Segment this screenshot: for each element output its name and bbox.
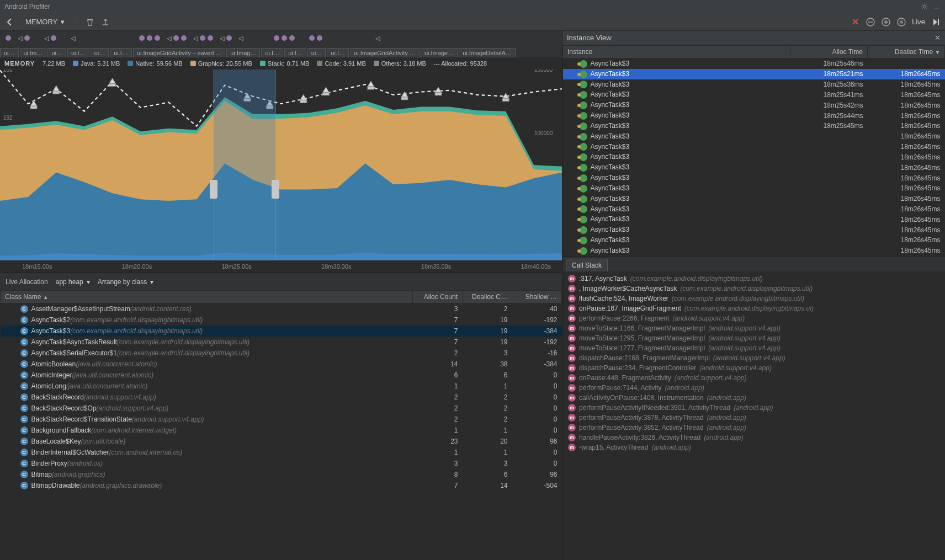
class-row[interactable]: AsyncTask$3 (com.example.android.display… bbox=[1, 326, 562, 337]
selection-handle-left[interactable] bbox=[210, 180, 217, 199]
class-row[interactable]: AsyncTask$SerialExecutor$1 (com.example.… bbox=[1, 348, 562, 359]
stack-frame[interactable]: performPause:7144, Activity (android.app… bbox=[562, 383, 945, 393]
class-row[interactable]: BackStackRecord$TransitionState (android… bbox=[1, 414, 562, 425]
instance-row[interactable]: AsyncTask$318m26s45ms bbox=[563, 194, 945, 204]
instance-row[interactable]: AsyncTask$318m26s45ms bbox=[563, 225, 945, 235]
export-icon[interactable] bbox=[100, 17, 110, 27]
instance-row[interactable]: AsyncTask$318m26s45ms bbox=[563, 183, 945, 194]
gear-icon[interactable] bbox=[921, 3, 928, 10]
heap-dropdown[interactable]: app heap▾ bbox=[56, 278, 90, 286]
activity-tab[interactable]: ui… bbox=[307, 48, 326, 57]
stack-frame[interactable]: performPauseActivityIfNeeded:3901, Activ… bbox=[562, 403, 945, 413]
arrange-dropdown[interactable]: Arrange by class▾ bbox=[98, 278, 153, 286]
instance-row[interactable]: AsyncTask$318m26s45ms bbox=[563, 246, 945, 256]
stack-frame[interactable]: performPauseActivity:3852, ActivityThrea… bbox=[562, 423, 945, 433]
activity-tab[interactable]: ui.I… bbox=[110, 48, 132, 57]
activity-tab[interactable]: ui.Imag… bbox=[226, 48, 260, 57]
class-row[interactable]: AtomicBoolean (java.util.concurrent.atom… bbox=[1, 359, 562, 370]
instance-row[interactable]: AsyncTask$318m25s41ms18m26s45ms bbox=[563, 89, 945, 100]
instance-row[interactable]: AsyncTask$318m25s44ms18m26s45ms bbox=[563, 110, 945, 121]
class-icon bbox=[20, 438, 28, 445]
close-icon[interactable]: ✕ bbox=[935, 34, 941, 42]
class-row[interactable]: AsyncTask$AsyncTaskResult (com.example.a… bbox=[1, 337, 562, 348]
class-row[interactable]: BaseLocale$Key (sun.util.locale)232096 bbox=[1, 436, 562, 447]
memory-chart[interactable]: MEMORY 7.22 MB Java: 5.31 MB Native: 59.… bbox=[0, 57, 562, 273]
class-row[interactable]: AtomicLong (java.util.concurrent.atomic)… bbox=[1, 381, 562, 392]
class-row[interactable]: AtomicInteger (java.util.concurrent.atom… bbox=[1, 370, 562, 381]
stack-frame[interactable]: onPause:167, ImageGridFragment (com.exam… bbox=[562, 303, 945, 313]
zoom-out-button[interactable] bbox=[866, 17, 875, 27]
activity-tab[interactable]: ui.I… bbox=[67, 48, 89, 57]
instance-row[interactable]: AsyncTask$318m26s45ms bbox=[563, 204, 945, 215]
stack-frame[interactable]: dispatchPause:234, FragmentController (a… bbox=[562, 363, 945, 373]
stack-frame[interactable]: performPauseActivity:3878, ActivityThrea… bbox=[562, 413, 945, 423]
activity-tab[interactable]: ui.I… bbox=[327, 48, 349, 57]
selection-range[interactable] bbox=[214, 70, 275, 260]
instance-row[interactable]: AsyncTask$318m25s36ms18m26s45ms bbox=[563, 79, 945, 90]
stack-frame[interactable]: flushCache:524, ImageWorker (com.example… bbox=[562, 294, 945, 303]
stack-frame[interactable]: dispatchPause:2168, FragmentManagerImpl … bbox=[562, 353, 945, 363]
activity-tab[interactable]: ui.I… bbox=[284, 48, 306, 57]
tab-call-stack[interactable]: Call Stack bbox=[566, 259, 608, 271]
class-row[interactable]: BackStackRecord (android.support.v4.app)… bbox=[1, 392, 562, 403]
stack-frame[interactable]: moveToState:1166, FragmentManagerImpl (a… bbox=[562, 323, 945, 333]
stack-frame[interactable]: callActivityOnPause:1408, Instrumentatio… bbox=[562, 393, 945, 403]
col-dealloc-count[interactable]: Dealloc C… bbox=[463, 291, 512, 303]
activity-tab[interactable]: ui.ImageGridActivity – saved … bbox=[133, 48, 225, 57]
back-button[interactable] bbox=[4, 17, 15, 28]
col-alloc-count[interactable]: Alloc Count bbox=[413, 291, 463, 303]
class-table[interactable]: Class Name▲ Alloc Count Dealloc C… Shall… bbox=[0, 290, 562, 560]
class-row[interactable]: BitmapDrawable (android.graphics.drawabl… bbox=[1, 480, 562, 491]
col-alloc-time[interactable]: Alloc Time bbox=[790, 46, 868, 58]
instance-row[interactable]: AsyncTask$318m25s46ms bbox=[563, 58, 945, 69]
col-class-name[interactable]: Class Name▲ bbox=[1, 291, 413, 303]
col-instance[interactable]: Instance bbox=[563, 46, 790, 58]
col-shallow-size[interactable]: Shallow … bbox=[512, 291, 562, 303]
call-stack[interactable]: :317, AsyncTask (com.example.android.dis… bbox=[562, 271, 945, 560]
instance-row[interactable]: AsyncTask$318m25s42ms18m26s45ms bbox=[563, 100, 945, 110]
class-row[interactable]: Bitmap (android.graphics)8696 bbox=[1, 469, 562, 480]
selection-handle-right[interactable] bbox=[272, 180, 279, 199]
class-row[interactable]: BinderInternal$GcWatcher (com.android.in… bbox=[1, 447, 562, 458]
col-dealloc-time[interactable]: Dealloc Time▼ bbox=[868, 46, 945, 58]
instance-row[interactable]: AsyncTask$318m26s45ms bbox=[563, 142, 945, 152]
stack-frame[interactable]: moveToState:1277, FragmentManagerImpl (a… bbox=[562, 343, 945, 353]
activity-tab[interactable]: ui… bbox=[91, 48, 109, 57]
stack-frame[interactable]: -wrap15, ActivityThread (android.app) bbox=[562, 442, 945, 452]
activity-tab[interactable]: ui.ImageDetailA… bbox=[459, 48, 516, 57]
activity-tab[interactable]: ui… bbox=[0, 48, 19, 57]
stack-frame[interactable]: :317, AsyncTask (com.example.android.dis… bbox=[562, 274, 945, 284]
event-track[interactable]: ◁ ◁ ◁ ◁ ◁ ◁ ◁ ◁ bbox=[0, 31, 562, 45]
stack-frame[interactable]: performPause:2266, Fragment (android.sup… bbox=[562, 313, 945, 323]
activity-tab[interactable]: ui… bbox=[47, 48, 66, 57]
zoom-in-button[interactable] bbox=[881, 17, 891, 27]
instance-row[interactable]: AsyncTask$318m25s45ms18m26s45ms bbox=[563, 121, 945, 131]
instance-row[interactable]: AsyncTask$318m26s45ms bbox=[563, 131, 945, 142]
stack-frame[interactable]: onPause:448, FragmentActivity (android.s… bbox=[562, 373, 945, 383]
zoom-reset-button[interactable] bbox=[896, 17, 906, 27]
stack-frame[interactable]: handlePauseActivity:3826, ActivityThread… bbox=[562, 433, 945, 442]
stack-frame[interactable]: moveToState:1295, FragmentManagerImpl (a… bbox=[562, 333, 945, 343]
instance-row[interactable]: AsyncTask$318m25s21ms18m26s45ms bbox=[563, 69, 945, 79]
instance-row[interactable]: AsyncTask$318m26s45ms bbox=[563, 173, 945, 183]
class-row[interactable]: AsyncTask$2 (com.example.android.display… bbox=[1, 314, 562, 326]
activity-tab[interactable]: ui.I… bbox=[261, 48, 283, 57]
stack-frame[interactable]: , ImageWorker$CacheAsyncTask (com.exampl… bbox=[562, 284, 945, 294]
instance-row[interactable]: AsyncTask$318m26s45ms bbox=[563, 162, 945, 173]
class-row[interactable]: BackStackRecord$Op (android.support.v4.a… bbox=[1, 403, 562, 414]
activity-tab[interactable]: ui.Im… bbox=[20, 48, 47, 57]
go-live-button[interactable] bbox=[931, 17, 941, 27]
instance-row[interactable]: AsyncTask$318m26s45ms bbox=[563, 235, 945, 246]
class-row[interactable]: BackgroundFallback (com.android.internal… bbox=[1, 425, 562, 436]
activity-tab[interactable]: ui.Image… bbox=[421, 48, 458, 57]
trash-icon[interactable] bbox=[85, 17, 95, 27]
close-session-button[interactable]: ✕ bbox=[850, 17, 860, 27]
class-row[interactable]: AssetManager$AssetInputStream (android.c… bbox=[1, 303, 562, 315]
minimize-icon[interactable] bbox=[933, 3, 941, 10]
instance-table[interactable]: Instance Alloc Time Dealloc Time▼ AsyncT… bbox=[562, 45, 945, 256]
instance-row[interactable]: AsyncTask$318m26s45ms bbox=[563, 214, 945, 225]
activity-tab[interactable]: ui.ImageGridActivity … bbox=[350, 48, 420, 57]
class-row[interactable]: BinderProxy (android.os)330 bbox=[1, 458, 562, 469]
profiler-type-dropdown[interactable]: MEMORY ▾ bbox=[21, 17, 69, 27]
instance-row[interactable]: AsyncTask$318m26s45ms bbox=[563, 152, 945, 162]
